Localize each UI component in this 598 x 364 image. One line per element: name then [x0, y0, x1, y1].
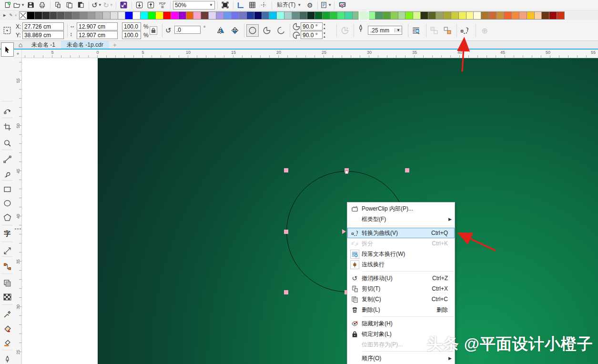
outline-pen-tool[interactable]: [0, 353, 14, 364]
color-swatch[interactable]: [102, 11, 111, 20]
send-backward-button[interactable]: [428, 24, 440, 37]
color-swatch[interactable]: [118, 11, 126, 20]
start-angle-field[interactable]: [301, 22, 323, 30]
color-swatch[interactable]: [557, 11, 565, 20]
color-swatch[interactable]: [19, 11, 27, 20]
end-angle-spinner[interactable]: ▾▴: [324, 31, 325, 38]
color-swatch[interactable]: [367, 11, 375, 20]
menu-item-break-apart[interactable]: 拆分Ctrl+K: [347, 238, 455, 249]
ellipse-mode-button[interactable]: [246, 24, 259, 37]
eyedropper-tool[interactable]: [0, 307, 14, 321]
menu-item-wrap-paragraph-text[interactable]: 段落文本换行(W): [347, 249, 455, 259]
color-swatch[interactable]: [549, 11, 557, 20]
arc-mode-button[interactable]: [275, 24, 287, 37]
menu-item-undo-move[interactable]: ↺撤消移动(U)Ctrl+Z: [347, 273, 455, 283]
color-swatch[interactable]: [27, 11, 35, 20]
document-tab-1[interactable]: 未命名 -1: [26, 41, 61, 49]
doc-properties-button[interactable]: ▼: [320, 0, 332, 10]
color-swatch[interactable]: [428, 11, 436, 20]
color-swatch[interactable]: [239, 11, 247, 20]
menu-item-convert-to-curves[interactable]: 转换为曲线(V)Ctrl+Q: [347, 228, 455, 238]
selection-handle[interactable]: [284, 290, 288, 294]
color-swatch[interactable]: [436, 11, 444, 20]
mirror-horizontal-button[interactable]: [214, 24, 227, 37]
start-angle-spinner[interactable]: ▾▴: [324, 23, 325, 30]
color-swatch[interactable]: [481, 11, 489, 20]
color-swatch[interactable]: [375, 11, 383, 20]
undo-button[interactable]: ↺▼: [91, 0, 102, 10]
color-swatch[interactable]: [148, 11, 156, 20]
color-swatch[interactable]: [451, 11, 459, 20]
color-swatch[interactable]: [420, 11, 428, 20]
palette-scroll-left-icon[interactable]: ‹: [15, 13, 17, 18]
outline-width-select[interactable]: .25 mm ▼: [368, 26, 402, 35]
color-swatch[interactable]: [34, 11, 42, 20]
color-swatch[interactable]: [383, 11, 391, 20]
menu-item-delete[interactable]: 删除(L)删除: [347, 304, 455, 315]
connector-tool[interactable]: [0, 260, 14, 273]
menu-item-powerclip[interactable]: PowerClip 内部(P)...: [347, 203, 455, 214]
color-swatch[interactable]: [110, 11, 118, 20]
freehand-tool[interactable]: [0, 152, 14, 166]
menu-item-copy[interactable]: 复制(C)Ctrl+C: [347, 294, 455, 304]
home-tab-icon[interactable]: ⌂: [15, 41, 26, 49]
transparency-tool[interactable]: [0, 291, 14, 304]
color-swatch[interactable]: [72, 11, 80, 20]
color-swatch[interactable]: [171, 11, 179, 20]
selection-handle[interactable]: [284, 230, 288, 234]
menu-item-frame-type[interactable]: 框类型(F)▶: [347, 214, 455, 224]
interactive-fill-tool[interactable]: [0, 322, 14, 335]
color-swatch[interactable]: [216, 11, 224, 20]
color-swatch[interactable]: [223, 11, 232, 20]
color-swatch[interactable]: [262, 11, 270, 20]
color-swatch[interactable]: [330, 11, 338, 20]
rotation-angle-field[interactable]: [174, 26, 201, 34]
add-preset-button[interactable]: ⊕: [478, 24, 491, 37]
options-button[interactable]: ⚙: [304, 0, 315, 10]
snap-to-button[interactable]: 贴齐(T)▼: [274, 0, 304, 10]
color-swatch[interactable]: [186, 11, 194, 20]
color-swatch[interactable]: [458, 11, 466, 20]
color-swatch[interactable]: [208, 11, 216, 20]
publish-pdf-button[interactable]: PDF⊞: [157, 0, 168, 10]
menu-item-connector-wrap[interactable]: 连线换行: [347, 259, 455, 270]
color-swatch[interactable]: [473, 11, 481, 20]
crop-tool[interactable]: [0, 120, 14, 133]
selection-handle[interactable]: [284, 168, 288, 172]
color-swatch[interactable]: [337, 11, 345, 20]
vertical-ruler[interactable]: 55504540353025: [14, 58, 22, 364]
menu-item-cut[interactable]: 剪切(T)Ctrl+X: [347, 283, 455, 294]
pick-tool[interactable]: [1, 42, 14, 57]
object-width-field[interactable]: [77, 22, 118, 30]
paste-button[interactable]: [76, 0, 86, 10]
color-swatch[interactable]: [276, 11, 284, 20]
color-swatch[interactable]: [64, 11, 72, 20]
print-button[interactable]: [37, 0, 48, 10]
color-swatch[interactable]: [534, 11, 542, 20]
color-swatch[interactable]: [231, 11, 239, 20]
scale-x-field[interactable]: [122, 22, 141, 30]
color-swatch[interactable]: [466, 11, 474, 20]
convert-to-curves-button[interactable]: [458, 24, 471, 37]
copy-button[interactable]: [64, 0, 75, 10]
color-swatch[interactable]: [519, 11, 527, 20]
color-swatch[interactable]: [140, 11, 148, 20]
color-swatch[interactable]: [322, 11, 330, 20]
x-position-field[interactable]: [22, 22, 64, 30]
color-swatch[interactable]: [155, 11, 163, 20]
color-swatch[interactable]: [125, 11, 133, 20]
open-button[interactable]: ▼: [13, 0, 25, 10]
color-swatch[interactable]: [496, 11, 504, 20]
new-document-tab-button[interactable]: +: [109, 41, 121, 49]
color-swatch[interactable]: [511, 11, 519, 20]
fullscreen-preview-button[interactable]: [220, 0, 231, 10]
artistic-media-tool[interactable]: [0, 168, 14, 181]
selection-handle[interactable]: [405, 168, 409, 172]
color-swatch[interactable]: [345, 11, 353, 20]
color-swatch[interactable]: [163, 11, 171, 20]
text-wrap-button[interactable]: [410, 24, 422, 37]
color-swatch[interactable]: [201, 11, 209, 20]
color-swatch[interactable]: [80, 11, 88, 20]
color-swatch[interactable]: [132, 11, 141, 20]
ellipse-node-marker[interactable]: [345, 171, 348, 174]
